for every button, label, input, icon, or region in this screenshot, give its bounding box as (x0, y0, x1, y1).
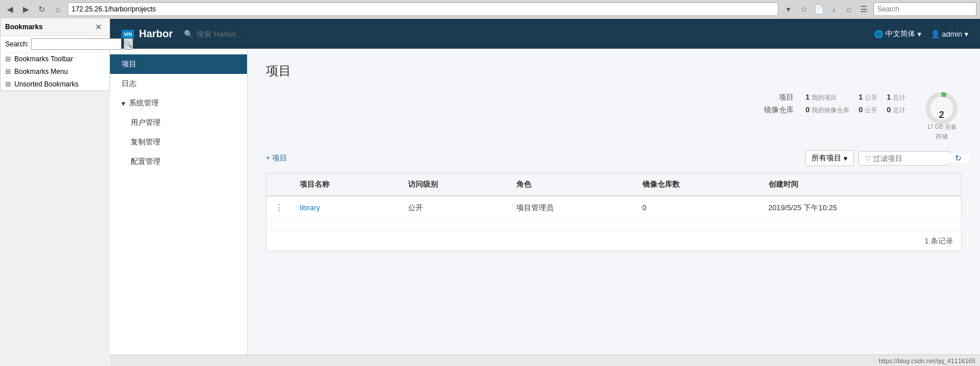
app-body: 项目 日志 ▾ 系统管理 用户管理 复制管理 配置管理 项目 (110, 49, 980, 366)
project-mine-value: 1 我的项目 (801, 92, 854, 103)
stats-container: 项目 1 我的项目 1 公开 1 总计 镜像仓库 (266, 91, 962, 141)
filter-dropdown[interactable]: 所有项目 ▾ (805, 150, 854, 166)
chevron-down-icon: ▾ (844, 154, 848, 163)
sidebar-sub-label: 复制管理 (131, 137, 160, 146)
back-button[interactable]: ◀ (3, 3, 16, 15)
sidebar-item-label: 日志 (121, 78, 136, 89)
bookmarks-search-row: Search: 🔍 (1, 36, 109, 53)
funnel-icon: ▽ (865, 154, 871, 163)
row-actions-cell: ⋮ (266, 196, 292, 219)
chevron-down-icon: ▾ (121, 99, 126, 108)
sidebar-group-label: 系统管理 (129, 98, 159, 108)
repo-mine-value: 0 我的镜像仓库 (801, 104, 854, 116)
bookmarks-item-label: Bookmarks Menu (14, 68, 68, 76)
user-icon: 👤 (931, 30, 940, 38)
main-content: 项目 项目 1 我的项目 1 公开 1 总计 (248, 49, 980, 366)
repo-total-value: 0 总计 (882, 104, 910, 116)
globe-icon: 🌐 (874, 30, 883, 38)
sidebar-sub-label: 配置管理 (131, 157, 160, 166)
sidebar: 项目 日志 ▾ 系统管理 用户管理 复制管理 配置管理 (110, 49, 248, 366)
bookmarks-item-label: Bookmarks Toolbar (14, 55, 73, 63)
dropdown-button[interactable]: ▾ (782, 3, 794, 15)
folder-plus-icon: ⊞ (5, 80, 11, 88)
menu-icon[interactable]: ☰ (857, 3, 870, 15)
folder-plus-icon: ⊞ (5, 68, 11, 76)
download-icon[interactable]: ↓ (828, 3, 840, 15)
forward-button[interactable]: ▶ (19, 3, 32, 15)
pagination-row: 1 条记录 (266, 231, 962, 251)
bookmarks-search-input[interactable] (31, 38, 121, 50)
bookmarks-search-label: Search: (5, 40, 29, 48)
donut-value-label: 2 (939, 110, 944, 120)
header-search-input[interactable] (197, 30, 862, 38)
repo-stat-label: 镜像仓库 (757, 104, 801, 116)
list-item[interactable]: ⊞ Unsorted Bookmarks (1, 78, 109, 90)
star-icon[interactable]: ☆ (798, 3, 810, 15)
sidebar-item-label: 项目 (121, 59, 136, 69)
row-menu-button[interactable]: ⋮ (275, 202, 284, 213)
table-col-role: 角色 (508, 174, 634, 196)
sidebar-sub-label: 用户管理 (131, 118, 160, 127)
table-row: ⋮ library 公开 项目管理员 0 (266, 196, 962, 219)
home-button[interactable]: ⌂ (52, 3, 64, 15)
search-icon: 🔍 (184, 30, 193, 38)
language-label: 中文简体 (885, 29, 915, 39)
page-title: 项目 (266, 62, 962, 80)
toolbar-right: 所有项目 ▾ ▽ ↻ (805, 150, 962, 166)
list-item[interactable]: ⊞ Bookmarks Toolbar (1, 53, 109, 65)
bookmarks-search-button[interactable]: 🔍 (124, 38, 133, 50)
browser-search-input[interactable] (873, 2, 977, 16)
project-total-value: 1 总计 (882, 92, 910, 103)
table-col-name: 项目名称 (292, 174, 400, 196)
project-stat-label: 项目 (757, 91, 801, 104)
vm-badge: vm (121, 30, 134, 38)
url-bar[interactable] (68, 2, 778, 16)
repo-public-value: 0 公开 (854, 104, 882, 116)
status-bar: https://blog.csdn.net/qq_41116165 (110, 355, 980, 366)
table-col-check (266, 174, 292, 196)
projects-table: 项目名称 访问级别 角色 镜像仓库数 创建时间 (266, 173, 962, 231)
user-menu[interactable]: 👤 admin ▾ (931, 30, 969, 38)
bookmarks-close-button[interactable]: ✕ (92, 21, 105, 33)
refresh-button[interactable]: ↻ (955, 154, 962, 163)
storage-donut: 2 17 GB 容量 存储 (922, 91, 962, 141)
table-header-row: 项目名称 访问级别 角色 镜像仓库数 创建时间 (266, 174, 962, 196)
table-col-repo-count: 镜像仓库数 (634, 174, 761, 196)
storage-label: 存储 (935, 132, 948, 141)
sidebar-item-replication[interactable]: 复制管理 (110, 132, 247, 152)
add-project-button[interactable]: + 项目 (266, 153, 287, 163)
row-repo-count-cell: 0 (634, 196, 761, 219)
bookmarks-title: Bookmarks (5, 23, 42, 31)
stats-table: 项目 1 我的项目 1 公开 1 总计 镜像仓库 (757, 91, 910, 116)
row-role-cell: 项目管理员 (508, 196, 634, 219)
toolbar-row: + 项目 所有项目 ▾ ▽ ↻ (266, 150, 962, 166)
sidebar-item-projects[interactable]: 项目 (110, 54, 247, 74)
row-access-cell: 公开 (400, 196, 508, 219)
table-col-access: 访问级别 (400, 174, 508, 196)
app-header: vm Harbor 🔍 🌐 中文简体 ▾ 👤 admin ▾ (110, 19, 980, 49)
sidebar-item-logs[interactable]: 日志 (110, 74, 247, 93)
page-icon[interactable]: 📄 (813, 3, 825, 15)
bookmarks-header: Bookmarks ✕ (1, 18, 109, 36)
donut-sublabel: 17 GB 容量 (927, 123, 956, 131)
table-col-created: 创建时间 (761, 174, 962, 196)
chevron-down-icon: ▾ (918, 30, 922, 38)
refresh-button[interactable]: ↻ (36, 3, 48, 15)
sidebar-item-user-management[interactable]: 用户管理 (110, 113, 247, 132)
sidebar-group-sysadmin[interactable]: ▾ 系统管理 (110, 93, 247, 113)
status-url: https://blog.csdn.net/qq_41116165 (879, 357, 975, 364)
header-right: 🌐 中文简体 ▾ 👤 admin ▾ (874, 29, 969, 39)
bookmarks-panel: Bookmarks ✕ Search: 🔍 ⊞ Bookmarks Toolba… (0, 18, 110, 91)
language-selector[interactable]: 🌐 中文简体 ▾ (874, 29, 922, 39)
project-public-value: 1 公开 (854, 92, 882, 103)
header-search: 🔍 (184, 30, 862, 38)
list-item[interactable]: ⊞ Bookmarks Menu (1, 65, 109, 78)
project-link[interactable]: library (300, 203, 320, 212)
sidebar-item-configuration[interactable]: 配置管理 (110, 152, 247, 171)
row-created-cell: 2019/5/25 下午10:25 (761, 196, 962, 219)
app-name: Harbor (139, 28, 173, 40)
filter-dropdown-label: 所有项目 (812, 153, 841, 163)
home-icon[interactable]: ⌂ (842, 3, 855, 15)
table-row-empty (266, 219, 962, 231)
folder-plus-icon: ⊞ (5, 55, 11, 63)
